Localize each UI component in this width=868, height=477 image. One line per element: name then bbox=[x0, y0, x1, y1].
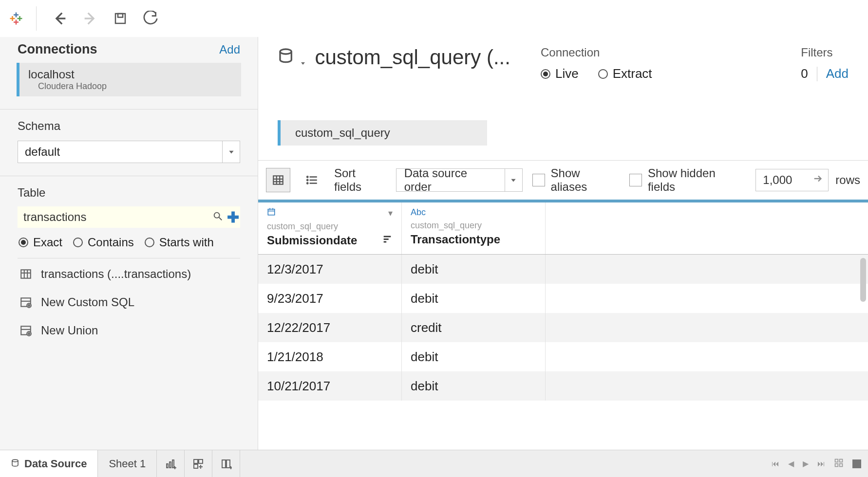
toolbar-separator bbox=[36, 6, 37, 31]
nav-first-icon[interactable]: ⏮ bbox=[772, 459, 779, 468]
cell-type: debit bbox=[402, 342, 546, 371]
svg-marker-12 bbox=[229, 151, 233, 154]
column-name: Submissiondate bbox=[267, 234, 357, 247]
nav-prev-icon[interactable]: ◀ bbox=[788, 459, 794, 468]
rows-label: rows bbox=[835, 173, 860, 187]
grid-mode-button[interactable] bbox=[266, 168, 290, 192]
table-row[interactable]: 12/22/2017 credit bbox=[258, 313, 868, 342]
cell-date: 9/23/2017 bbox=[258, 284, 402, 313]
tab-sheet1[interactable]: Sheet 1 bbox=[98, 450, 157, 477]
table-row[interactable]: 10/21/2017 debit bbox=[258, 371, 868, 401]
cell-date: 1/21/2018 bbox=[258, 342, 402, 371]
list-mode-button[interactable] bbox=[300, 168, 324, 192]
save-button[interactable] bbox=[110, 8, 131, 29]
column-header-submissiondate[interactable]: ▾ custom_sql_query Submissiondate bbox=[258, 202, 402, 254]
svg-rect-52 bbox=[172, 460, 174, 468]
show-aliases-checkbox[interactable] bbox=[532, 174, 545, 186]
logical-table-label: custom_sql_query bbox=[295, 126, 390, 140]
match-contains-radio[interactable]: Contains bbox=[73, 236, 134, 249]
nav-last-icon[interactable]: ⏭ bbox=[817, 459, 825, 468]
datasource-title[interactable]: custom_sql_query (... bbox=[315, 46, 510, 69]
cell-type: debit bbox=[402, 255, 546, 284]
connection-extract-radio[interactable]: Extract bbox=[598, 66, 652, 81]
chevron-down-icon[interactable]: ▾ bbox=[388, 208, 393, 219]
search-icon bbox=[212, 211, 223, 223]
svg-rect-46 bbox=[384, 236, 391, 238]
filters-add-link[interactable]: Add bbox=[826, 66, 849, 81]
svg-rect-63 bbox=[840, 459, 843, 462]
chevron-down-icon bbox=[222, 141, 240, 163]
svg-rect-65 bbox=[840, 463, 843, 466]
main-panel: custom_sql_query (... Connection Live Ex… bbox=[258, 37, 868, 450]
grid-tiny-icon[interactable] bbox=[834, 458, 844, 470]
sort-icon[interactable] bbox=[382, 234, 393, 247]
table-heading: Table bbox=[18, 186, 240, 200]
table-row[interactable]: 9/23/2017 debit bbox=[258, 284, 868, 313]
svg-marker-40 bbox=[511, 179, 515, 182]
match-startswith-radio[interactable]: Starts with bbox=[145, 236, 214, 249]
show-aliases-label: Show aliases bbox=[551, 166, 620, 194]
new-story-button[interactable] bbox=[212, 450, 240, 477]
connection-live-label: Live bbox=[555, 66, 579, 81]
scrollbar-thumb[interactable] bbox=[860, 258, 866, 302]
sort-fields-select[interactable]: Data source order bbox=[396, 168, 523, 192]
connections-heading: Connections bbox=[18, 42, 97, 57]
connection-name: localhost bbox=[28, 68, 232, 81]
connection-heading: Connection bbox=[541, 46, 652, 59]
tab-label: Data Source bbox=[24, 458, 87, 470]
show-hidden-checkbox[interactable] bbox=[629, 174, 642, 186]
cell-date: 10/21/2017 bbox=[258, 371, 402, 401]
sort-fields-value: Data source order bbox=[404, 166, 498, 194]
svg-rect-55 bbox=[194, 459, 198, 463]
svg-rect-57 bbox=[194, 464, 198, 468]
plus-icon[interactable]: ✚ bbox=[227, 209, 239, 226]
sort-fields-label: Sort fields bbox=[334, 166, 386, 194]
svg-point-25 bbox=[27, 331, 31, 336]
svg-rect-48 bbox=[384, 241, 387, 243]
connection-item-localhost[interactable]: localhost Cloudera Hadoop bbox=[17, 63, 241, 96]
cell-date: 12/22/2017 bbox=[258, 313, 402, 342]
forward-button[interactable] bbox=[79, 8, 101, 29]
table-item-transactions[interactable]: transactions (....transactions) bbox=[19, 267, 239, 281]
tab-data-source[interactable]: Data Source bbox=[0, 450, 98, 477]
new-dashboard-button[interactable] bbox=[185, 450, 212, 477]
table-match-radios: Exact Contains Starts with bbox=[18, 228, 240, 258]
show-filmstrip-icon[interactable] bbox=[852, 459, 861, 468]
svg-rect-64 bbox=[835, 463, 838, 466]
grid-toolbar: Sort fields Data source order Show alias… bbox=[258, 160, 868, 200]
new-worksheet-button[interactable] bbox=[157, 450, 185, 477]
nav-next-icon[interactable]: ▶ bbox=[803, 459, 809, 468]
svg-rect-42 bbox=[268, 209, 275, 215]
svg-line-14 bbox=[219, 218, 222, 220]
column-header-transactiontype[interactable]: Abc custom_sql_query Transactiontype bbox=[402, 202, 546, 254]
schema-select[interactable]: default bbox=[18, 141, 240, 163]
table-item-custom-sql[interactable]: New Custom SQL bbox=[19, 295, 239, 309]
svg-point-21 bbox=[27, 303, 31, 308]
filters-heading: Filters bbox=[801, 46, 849, 59]
back-button[interactable] bbox=[49, 8, 71, 29]
arrow-right-icon bbox=[812, 173, 823, 187]
table-row[interactable]: 1/21/2018 debit bbox=[258, 342, 868, 371]
svg-rect-15 bbox=[21, 270, 31, 278]
match-exact-radio[interactable]: Exact bbox=[19, 236, 62, 249]
cell-type: credit bbox=[402, 313, 546, 342]
svg-rect-10 bbox=[115, 14, 125, 23]
add-connection-link[interactable]: Add bbox=[219, 43, 240, 56]
column-name: Transactiontype bbox=[411, 233, 500, 246]
svg-rect-29 bbox=[273, 176, 283, 184]
table-item-new-union[interactable]: New Union bbox=[19, 324, 239, 337]
connection-live-radio[interactable]: Live bbox=[541, 66, 579, 81]
logical-table-pill[interactable]: custom_sql_query bbox=[278, 120, 487, 146]
table-row[interactable]: 12/3/2017 debit bbox=[258, 255, 868, 284]
tab-label: Sheet 1 bbox=[109, 458, 146, 470]
database-icon[interactable] bbox=[278, 47, 306, 68]
sheet-nav-controls: ⏮ ◀ ▶ ⏭ bbox=[772, 450, 868, 477]
refresh-button[interactable] bbox=[140, 8, 161, 29]
svg-rect-47 bbox=[384, 238, 389, 240]
rows-limit-value: 1,000 bbox=[763, 173, 792, 187]
rows-limit-input[interactable]: 1,000 bbox=[755, 169, 829, 191]
table-search-value: transactions bbox=[23, 210, 212, 224]
chevron-down-icon bbox=[505, 169, 522, 191]
svg-marker-28 bbox=[301, 62, 305, 65]
table-search-input[interactable]: transactions ✚ bbox=[18, 206, 240, 228]
